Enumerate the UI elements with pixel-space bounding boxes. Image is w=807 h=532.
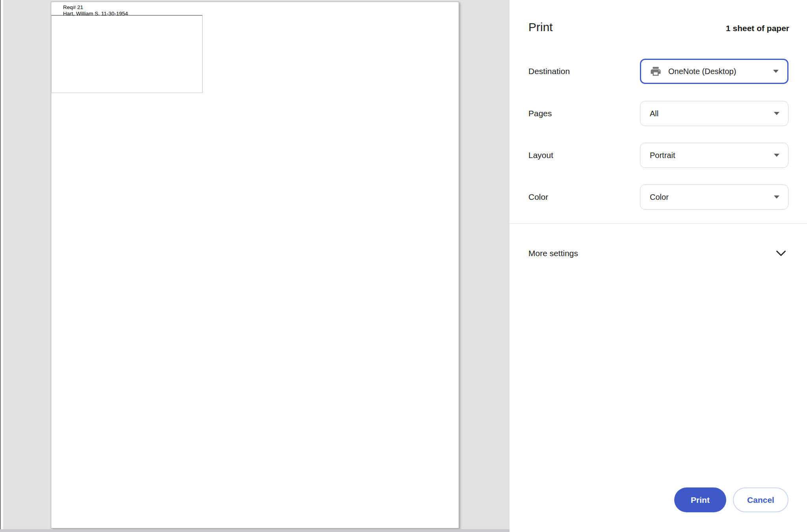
panel-title: Print [528, 20, 553, 34]
printer-icon [650, 65, 662, 77]
destination-label: Destination [528, 67, 640, 76]
print-button[interactable]: Print [674, 487, 726, 512]
destination-row: Destination OneNote (Desktop) [528, 58, 788, 84]
layout-row: Layout Portrait [528, 142, 788, 168]
document-name-line: Hart, William S. 11-30-1954 [63, 11, 128, 17]
dropdown-caret-icon [774, 154, 779, 157]
pages-row: Pages All [528, 100, 788, 126]
color-select[interactable]: Color [640, 184, 788, 210]
color-label: Color [528, 192, 640, 202]
destination-select[interactable]: OneNote (Desktop) [640, 59, 788, 84]
window-left-gap [1, 0, 3, 532]
layout-label: Layout [528, 151, 640, 160]
destination-value: OneNote (Desktop) [668, 67, 736, 76]
print-settings-panel: Print 1 sheet of paper Destination OneNo… [509, 0, 807, 532]
layout-select[interactable]: Portrait [640, 143, 788, 168]
more-settings-label: More settings [528, 249, 578, 258]
print-dialog-screen: Req# 21 Hart, William S. 11-30-1954 Prin… [0, 0, 807, 532]
section-divider [509, 223, 807, 224]
document-header-text: Req# 21 Hart, William S. 11-30-1954 [63, 4, 128, 17]
dropdown-caret-icon [774, 195, 779, 199]
more-settings-toggle[interactable]: More settings [528, 241, 788, 266]
print-preview-area: Req# 21 Hart, William S. 11-30-1954 [0, 0, 509, 532]
preview-page: Req# 21 Hart, William S. 11-30-1954 [51, 2, 459, 528]
document-req-line: Req# 21 [63, 4, 128, 11]
cancel-button[interactable]: Cancel [733, 487, 788, 512]
dropdown-caret-icon [773, 70, 779, 73]
color-row: Color Color [528, 184, 788, 210]
pages-select[interactable]: All [640, 101, 788, 126]
pages-label: Pages [528, 109, 640, 118]
sheet-count: 1 sheet of paper [726, 24, 789, 33]
panel-header: Print 1 sheet of paper [528, 20, 789, 34]
document-empty-table-box [51, 15, 203, 93]
dialog-actions: Print Cancel [674, 487, 788, 512]
pages-value: All [650, 109, 658, 118]
preview-bottom-edge [0, 529, 509, 532]
color-value: Color [650, 193, 669, 202]
dropdown-caret-icon [774, 112, 779, 115]
chevron-down-icon [776, 250, 786, 257]
layout-value: Portrait [650, 151, 675, 160]
